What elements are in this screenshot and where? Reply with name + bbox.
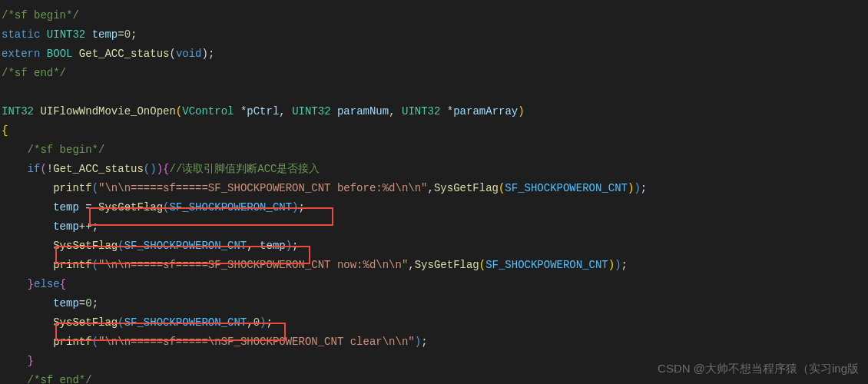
keyword: if: [28, 163, 41, 175]
code-line[interactable]: printf("\n\n=====sf=====\nSF_SHOCKPOWERO…: [2, 333, 868, 352]
variable: temp: [85, 28, 118, 41]
indent: [2, 355, 28, 367]
indent: [2, 336, 53, 348]
function-call: SysSetFlag: [53, 240, 118, 252]
indent: [2, 278, 28, 290]
code-line[interactable]: }else{: [2, 275, 868, 294]
code-line[interactable]: [2, 83, 868, 102]
semicolon: ;: [421, 336, 427, 348]
code-line[interactable]: INT32 UIFlowWndMovie_OnOpen(VControl *pC…: [2, 102, 868, 121]
code-line[interactable]: SysSetFlag(SF_SHOCKPOWERON_CNT, temp);: [2, 237, 868, 256]
operator: !: [47, 163, 53, 175]
param: paramNum: [337, 105, 389, 118]
semicolon: ;: [131, 28, 137, 41]
indent: [2, 297, 53, 310]
paren: ): [415, 336, 421, 348]
type: BOOL: [40, 48, 72, 60]
constant: SF_SHOCKPOWERON_CNT: [124, 240, 247, 252]
function-call: printf: [53, 259, 91, 271]
string-literal: "\n\n=====sf=====SF_SHOCKPOWERON_CNT now…: [98, 259, 408, 271]
code-line[interactable]: {: [2, 121, 868, 141]
paren: ): [157, 163, 163, 175]
paren: ): [615, 259, 621, 271]
function-call: printf: [53, 182, 91, 194]
indent: [2, 182, 53, 194]
function-call: printf: [53, 336, 91, 348]
code-line[interactable]: temp=0;: [2, 294, 868, 313]
type: VControl: [182, 105, 234, 118]
function-call: SysGetFlag: [98, 201, 163, 214]
operator: ++: [79, 220, 92, 233]
paren: (: [118, 240, 124, 252]
semicolon: ;: [621, 259, 628, 271]
param: paramArray: [453, 105, 518, 118]
paren: (: [92, 182, 98, 194]
paren: ): [634, 182, 640, 194]
number: 0: [253, 316, 260, 329]
comment-text: /*sf end*/: [2, 374, 92, 384]
variable: temp: [260, 240, 286, 252]
paren: ): [201, 48, 207, 60]
paren: ): [608, 259, 615, 271]
function-call: SysGetFlag: [415, 259, 479, 271]
keyword: void: [176, 48, 202, 60]
code-line[interactable]: extern BOOL Get_ACC_status(void);: [2, 45, 868, 64]
comma: ,: [279, 105, 292, 118]
constant: SF_SHOCKPOWERON_CNT: [485, 259, 608, 271]
variable: temp: [53, 220, 79, 233]
string-literal: "\n\n=====sf=====SF_SHOCKPOWERON_CNT bef…: [98, 182, 427, 194]
type: UINT32: [402, 105, 440, 118]
code-line[interactable]: printf("\n\n=====sf=====SF_SHOCKPOWERON_…: [2, 256, 868, 275]
semicolon: ;: [267, 316, 273, 329]
number: 0: [85, 297, 91, 310]
indent: [2, 163, 28, 175]
semicolon: ;: [92, 220, 98, 233]
code-line[interactable]: /*sf begin*/: [2, 6, 868, 25]
semicolon: ;: [641, 182, 647, 194]
comment-text: /*sf end*/: [2, 67, 66, 79]
semicolon: ;: [292, 240, 298, 252]
paren: ): [292, 201, 298, 214]
comma: ,: [247, 316, 253, 329]
code-line[interactable]: printf("\n\n=====sf=====SF_SHOCKPOWERON_…: [2, 179, 868, 198]
code-line[interactable]: /*sf end*/: [2, 64, 868, 83]
paren: (: [176, 105, 182, 118]
brace: }: [28, 355, 34, 367]
constant: SF_SHOCKPOWERON_CNT: [505, 182, 628, 194]
paren: (: [169, 48, 175, 60]
type: UINT32: [292, 105, 330, 118]
comma: ,: [408, 259, 414, 271]
brace: }: [28, 278, 34, 290]
comma: ,: [428, 182, 434, 194]
indent: [2, 201, 53, 214]
operator: =: [118, 28, 124, 41]
variable: temp: [53, 201, 79, 214]
brace: {: [60, 278, 66, 290]
function-name: UIFlowWndMovie_OnOpen: [34, 105, 176, 118]
code-line[interactable]: temp = SysGetFlag(SF_SHOCKPOWERON_CNT);: [2, 198, 868, 217]
function-call: SysSetFlag: [53, 316, 118, 329]
paren: (: [92, 336, 98, 348]
paren: ): [518, 105, 524, 118]
comma: ,: [247, 240, 260, 252]
paren: (: [92, 259, 98, 271]
code-line[interactable]: static UINT32 temp=0;: [2, 25, 868, 45]
paren: (: [479, 259, 485, 271]
code-line[interactable]: SysSetFlag(SF_SHOCKPOWERON_CNT,0);: [2, 313, 868, 333]
semicolon: ;: [299, 201, 305, 214]
indent: [2, 259, 53, 271]
comment-text: /*sf begin*/: [2, 144, 104, 156]
comment-text: /*sf begin*/: [2, 9, 79, 22]
code-line[interactable]: /*sf begin*/: [2, 141, 868, 160]
operator: =: [79, 201, 98, 214]
indent: [2, 316, 53, 329]
semicolon: ;: [208, 48, 214, 60]
code-line[interactable]: if(!Get_ACC_status()){//读取引脚值判断ACC是否接入: [2, 160, 868, 179]
keyword: else: [34, 278, 60, 290]
brace: {: [2, 124, 8, 137]
paren: ): [260, 316, 266, 329]
code-line[interactable]: temp++;: [2, 217, 868, 237]
semicolon: ;: [92, 297, 98, 310]
operator: =: [79, 297, 85, 310]
keyword: extern: [2, 48, 40, 60]
